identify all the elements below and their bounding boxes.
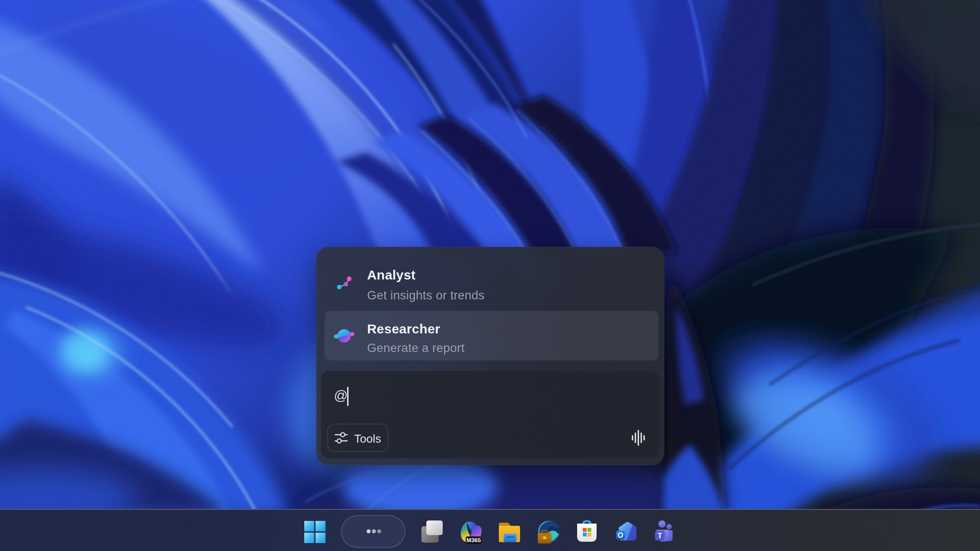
svg-text:O: O [618, 532, 623, 539]
svg-text:M365: M365 [467, 537, 481, 543]
svg-text:T: T [658, 532, 662, 540]
